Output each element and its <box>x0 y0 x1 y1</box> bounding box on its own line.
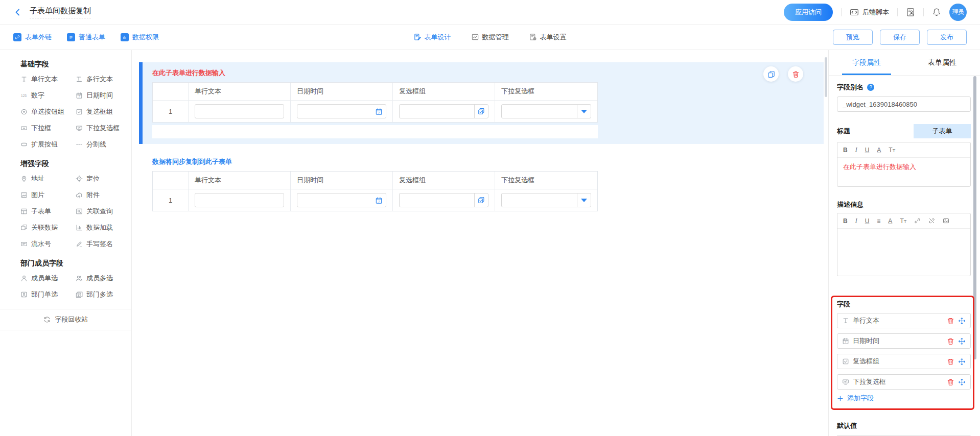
tab-tabsettings[interactable]: 表单设置 <box>529 33 567 42</box>
delete-widget-button[interactable] <box>788 66 803 82</box>
field-type-label: 定位 <box>86 174 100 183</box>
date-input[interactable]: 7 <box>297 104 386 118</box>
field-type-members[interactable]: 成员多选 <box>76 270 126 286</box>
format-bold-button[interactable]: B <box>843 147 848 154</box>
field-type-linkdata[interactable]: 关联数据 <box>20 220 76 236</box>
subform-new-row-area[interactable] <box>152 125 598 138</box>
field-recycle-bin-button[interactable]: 字段回收站 <box>0 309 131 330</box>
field-type-image[interactable]: 图片 <box>20 187 76 203</box>
field-type-member[interactable]: 成员单选 <box>20 270 76 286</box>
format-bold-button[interactable]: B <box>843 217 848 225</box>
field-type-button[interactable]: 扩展按钮 <box>20 136 76 153</box>
subform-source-widget[interactable]: 在此子表单进行数据输入 单行文本日期时间复选框组下拉复选框 1 7 <box>139 62 824 144</box>
avatar[interactable]: 理员 <box>949 4 967 21</box>
move-field-icon[interactable] <box>958 358 966 366</box>
format-size-button[interactable]: TT <box>900 217 906 225</box>
calendar-icon[interactable]: 7 <box>375 108 383 115</box>
field-type-attachment[interactable]: 附件 <box>76 187 126 203</box>
toolbar-linkw-button[interactable]: 表单外链 <box>13 33 52 42</box>
field-type-date[interactable]: 7 日期时间 <box>76 87 126 104</box>
field-type-text[interactable]: 单行文本 <box>20 71 76 87</box>
field-type-location[interactable]: 定位 <box>76 171 126 187</box>
date-input[interactable]: 7 <box>297 193 386 207</box>
field-type-number[interactable]: 123 数字 <box>20 87 76 104</box>
action-button-2[interactable]: 发布 <box>927 30 967 45</box>
field-type-multiselect[interactable]: 下拉复选框 <box>76 120 126 136</box>
form-design-canvas[interactable]: 在此子表单进行数据输入 单行文本日期时间复选框组下拉复选框 1 7 数据将同步复… <box>132 50 828 436</box>
text-input[interactable] <box>195 104 284 118</box>
delete-field-icon[interactable] <box>947 358 954 366</box>
panel-tab-1[interactable]: 表单属性 <box>904 50 980 75</box>
field-type-dept[interactable]: 部门单选 <box>20 286 76 303</box>
format-size-button[interactable]: TT <box>889 147 895 154</box>
move-field-icon[interactable] <box>958 317 966 325</box>
field-type-textarea[interactable]: 多行文本 <box>76 71 126 87</box>
app-access-button[interactable]: 应用访问 <box>784 4 833 21</box>
field-type-serial[interactable]: 流水号 <box>20 236 76 252</box>
format-link-button[interactable] <box>914 217 921 224</box>
format-image-button[interactable] <box>943 217 949 224</box>
checkbox-picker-button[interactable] <box>474 193 488 207</box>
copy-widget-button[interactable] <box>763 66 779 82</box>
subform-target-widget[interactable]: 数据将同步复制到此子表单 单行文本日期时间复选框组下拉复选框 1 7 <box>139 151 824 211</box>
field-type-lookup[interactable]: 关联查询 <box>76 203 126 220</box>
description-editor-content[interactable] <box>837 229 970 276</box>
format-color-button[interactable]: A <box>888 217 892 225</box>
field-type-signature[interactable]: 手写签名 <box>76 236 126 252</box>
tab-tabdata[interactable]: 数据管理 <box>472 33 509 42</box>
page-title[interactable]: 子表单间数据复制 <box>30 6 91 18</box>
field-type-dataload[interactable]: 数据加载 <box>76 220 126 236</box>
back-button[interactable] <box>13 8 22 17</box>
checkbox-group-input[interactable] <box>399 104 488 118</box>
dropdown-button[interactable] <box>577 193 591 207</box>
canvas-scrollbar[interactable] <box>825 57 827 97</box>
org-contacts-icon[interactable] <box>906 8 915 17</box>
notifications-bell-icon[interactable] <box>932 8 941 17</box>
action-button-0[interactable]: 预览 <box>833 30 873 45</box>
field-alias-input[interactable] <box>837 96 971 112</box>
add-field-button[interactable]: 添加字段 <box>837 394 971 403</box>
format-italic-button[interactable]: I <box>855 217 857 225</box>
delete-field-icon[interactable] <box>947 337 954 345</box>
backend-script-button[interactable]: 后端脚本 <box>850 8 889 17</box>
move-field-icon[interactable] <box>958 378 966 386</box>
toolbar-formw-button[interactable]: 普通表单 <box>67 33 105 42</box>
multiselect-input[interactable] <box>501 104 591 118</box>
field-item[interactable]: 单行文本 <box>837 313 971 328</box>
field-type-select[interactable]: 下拉框 <box>20 120 76 136</box>
format-color-button[interactable]: A <box>877 147 881 154</box>
help-icon[interactable]: ? <box>867 84 874 91</box>
field-type-radio[interactable]: 单选按钮组 <box>20 104 76 120</box>
panel-scrollbar[interactable] <box>973 76 976 359</box>
field-type-checkbox[interactable]: 复选框组 <box>76 104 126 120</box>
checkbox-group-input[interactable] <box>399 193 488 207</box>
format-underline-button[interactable]: U <box>865 147 870 154</box>
field-type-divider[interactable]: 分割线 <box>76 136 126 153</box>
field-item[interactable]: 7 日期时间 <box>837 333 971 349</box>
panel-tab-0[interactable]: 字段属性 <box>829 50 904 75</box>
field-type-depts[interactable]: 部门多选 <box>76 286 126 303</box>
field-type-address[interactable]: 地址 <box>20 171 76 187</box>
tab-tabdesign[interactable]: 表单设计 <box>414 33 451 42</box>
delete-field-icon[interactable] <box>947 317 954 325</box>
format-italic-button[interactable]: I <box>855 146 857 154</box>
format-underline-button[interactable]: U <box>865 217 870 225</box>
text-input[interactable] <box>195 193 284 207</box>
multiselect-input[interactable] <box>501 193 591 207</box>
widget-type-chip[interactable]: 子表单 <box>914 124 971 138</box>
format-unlink-button[interactable] <box>928 217 935 224</box>
field-item[interactable]: 复选框组 <box>837 354 971 369</box>
field-item[interactable]: 下拉复选框 <box>837 374 971 390</box>
delete-field-icon[interactable] <box>947 378 954 386</box>
format-align-button[interactable]: ≡ <box>877 217 880 225</box>
title-editor-content[interactable]: 在此子表单进行数据输入 <box>837 158 970 186</box>
action-button-1[interactable]: 保存 <box>880 30 920 45</box>
move-field-icon[interactable] <box>958 337 966 345</box>
field-type-label: 数字 <box>31 91 44 100</box>
field-type-subform[interactable]: 子表单 <box>20 203 76 220</box>
column-header: 复选框组 <box>393 83 495 100</box>
dropdown-button[interactable] <box>577 105 591 118</box>
calendar-icon[interactable]: 7 <box>375 197 383 204</box>
checkbox-picker-button[interactable] <box>474 105 488 118</box>
toolbar-barsw-button[interactable]: 数据权限 <box>121 33 159 42</box>
